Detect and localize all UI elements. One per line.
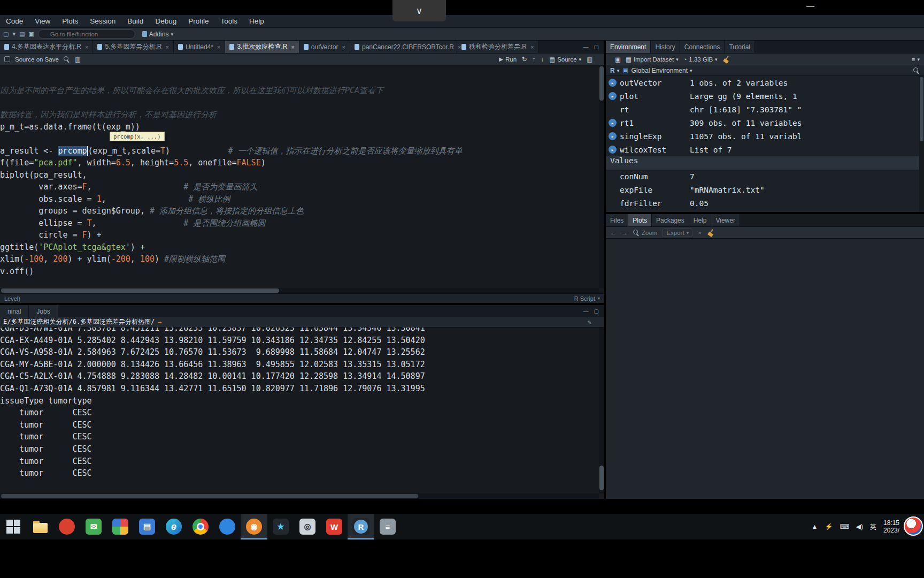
- red-app-icon[interactable]: [53, 514, 80, 539]
- menu-item-build[interactable]: Build: [121, 15, 149, 27]
- environment-tab[interactable]: History: [651, 41, 680, 53]
- file-type-selector[interactable]: R Script ▾: [574, 295, 600, 302]
- env-object-row[interactable]: rtchr [1:618] "7.303781" ": [606, 103, 924, 116]
- memory-usage-indicator[interactable]: ◔ 1.33 GiB ▾: [683, 56, 718, 63]
- save-workspace-icon[interactable]: ▣: [615, 56, 621, 63]
- env-object-row[interactable]: ▸outVector1 obs. of 2 variables: [606, 76, 924, 89]
- pane-maximize-icon[interactable]: ▢: [594, 308, 599, 314]
- floating-widget-icon[interactable]: [904, 516, 923, 536]
- editor-tab[interactable]: panCancer22.CIBERSORTcor.R×: [350, 41, 457, 53]
- files-pane-tab[interactable]: Packages: [652, 214, 689, 226]
- recorder-app-icon[interactable]: ◉: [241, 514, 267, 539]
- addins-button[interactable]: Addins ▾: [142, 31, 173, 38]
- previous-chunk-icon[interactable]: ↑: [533, 56, 536, 63]
- pane-minimize-icon[interactable]: —: [583, 44, 589, 50]
- editor-tab[interactable]: 5.多基因差异分析.R×: [93, 41, 173, 53]
- editor-tab[interactable]: 秩和检验分析差异.R×: [457, 41, 538, 53]
- files-pane-tab[interactable]: Viewer: [711, 214, 740, 226]
- editor-tab[interactable]: outVector×: [299, 41, 350, 53]
- notepad-app-icon[interactable]: ≡: [374, 514, 401, 539]
- close-icon[interactable]: ×: [165, 44, 168, 50]
- close-icon[interactable]: ×: [458, 44, 461, 50]
- expand-icon[interactable]: ▸: [609, 92, 617, 100]
- volume-icon[interactable]: ◀): [856, 523, 863, 530]
- rstudio-app-icon[interactable]: R: [348, 514, 374, 539]
- console-tab[interactable]: ninal: [0, 305, 29, 317]
- edge-browser-icon[interactable]: e: [160, 514, 187, 539]
- pane-maximize-icon[interactable]: ▢: [594, 44, 599, 50]
- menu-item-session[interactable]: Session: [84, 15, 121, 27]
- editor-vertical-scrollbar[interactable]: [599, 65, 604, 288]
- blue-app-icon[interactable]: [214, 514, 241, 539]
- camera-app-icon[interactable]: ◎: [294, 514, 321, 539]
- close-icon[interactable]: ×: [530, 44, 534, 50]
- environment-tab[interactable]: Tutorial: [725, 41, 755, 53]
- scrollbar-thumb[interactable]: [1, 288, 279, 293]
- menu-item-code[interactable]: Code: [0, 15, 29, 27]
- goto-directory-icon[interactable]: →: [158, 318, 161, 326]
- console-tab[interactable]: Jobs: [29, 305, 58, 317]
- env-object-row[interactable]: ▸plotLarge gg (9 elements, 1: [606, 89, 924, 103]
- close-icon[interactable]: ×: [85, 44, 88, 50]
- r-language-selector[interactable]: R ▾: [610, 67, 619, 74]
- env-object-row[interactable]: ▸wilcoxTestList of 7: [606, 143, 924, 156]
- files-pane-tab[interactable]: Files: [606, 214, 628, 226]
- find-replace-icon[interactable]: [64, 56, 70, 63]
- cursor-scope-label[interactable]: Level): [4, 295, 20, 302]
- new-file-caret-icon[interactable]: ▾: [12, 31, 16, 37]
- clear-plots-icon[interactable]: [707, 229, 714, 237]
- taskbar-clock[interactable]: 18:15 2023/: [883, 519, 899, 534]
- new-file-icon[interactable]: ▢: [3, 31, 9, 37]
- expand-icon[interactable]: ▸: [609, 146, 617, 154]
- scrollbar-thumb[interactable]: [1, 494, 418, 498]
- goto-file-input[interactable]: [38, 29, 135, 39]
- editor-tab[interactable]: 3.批次效应检查.R×: [225, 41, 299, 53]
- source-on-save-checkbox[interactable]: [4, 56, 10, 62]
- close-icon[interactable]: ×: [217, 44, 220, 50]
- ime-indicator[interactable]: 英: [870, 522, 876, 531]
- expand-icon[interactable]: ▸: [609, 119, 617, 127]
- remove-plot-icon[interactable]: ×: [698, 230, 702, 236]
- console-horizontal-scrollbar[interactable]: [0, 493, 599, 499]
- env-value-row[interactable]: conNum7: [606, 170, 924, 183]
- chrome-browser-icon[interactable]: [187, 514, 214, 539]
- player-collapse-button[interactable]: ∨: [392, 0, 446, 21]
- search-environment-icon[interactable]: [913, 67, 920, 74]
- power-icon[interactable]: ⚡: [825, 523, 833, 530]
- start-button-icon[interactable]: [0, 514, 27, 539]
- minimize-icon[interactable]: —: [806, 1, 814, 10]
- list-view-toggle[interactable]: ≡ ▾: [912, 56, 920, 63]
- clear-console-icon[interactable]: ✎: [588, 318, 601, 326]
- menu-item-plots[interactable]: Plots: [56, 15, 84, 27]
- environment-tab[interactable]: Environment: [606, 41, 651, 53]
- rerun-icon[interactable]: ↻: [522, 56, 527, 63]
- menu-item-view[interactable]: View: [29, 15, 56, 27]
- files-pane-tab[interactable]: Plots: [628, 214, 652, 226]
- keyboard-icon[interactable]: ⌨: [840, 523, 849, 530]
- chat-app-icon[interactable]: ✉: [80, 514, 107, 539]
- close-icon[interactable]: ×: [342, 44, 345, 50]
- environment-selector[interactable]: Global Environment ▾: [632, 67, 692, 74]
- menu-item-debug[interactable]: Debug: [149, 15, 182, 27]
- console-output[interactable]: CGA-DS-A7W1-01A 7.303781 8.451211 13.262…: [0, 328, 590, 493]
- scrollbar-thumb[interactable]: [920, 77, 923, 141]
- zoom-button[interactable]: Zoom: [633, 230, 657, 236]
- environment-tab[interactable]: Connections: [680, 41, 725, 53]
- editor-tab[interactable]: Untitled4*×: [174, 41, 225, 53]
- scrollbar-thumb[interactable]: [599, 466, 604, 490]
- compile-notebook-icon[interactable]: ▥: [587, 56, 592, 63]
- save-icon[interactable]: ▣: [28, 31, 34, 37]
- previous-plot-icon[interactable]: ←: [610, 230, 617, 236]
- code-tools-icon[interactable]: ▥: [75, 56, 81, 63]
- code-editor[interactable]: 因为是不同的平台产生的结果，所以可能会存在很大的批次效应，所以在这里我们可以对数…: [0, 65, 599, 288]
- env-object-row[interactable]: ▸rt1309 obs. of 11 variables: [606, 116, 924, 130]
- hidden-icons-chevron[interactable]: ▲: [812, 523, 818, 530]
- editor-tab[interactable]: 4.多基因表达水平分析.R×: [0, 41, 93, 53]
- environment-scrollbar[interactable]: [919, 76, 924, 212]
- console-vertical-scrollbar[interactable]: [599, 328, 604, 493]
- source-button[interactable]: ▤ Source ▾: [549, 56, 581, 63]
- menu-item-profile[interactable]: Profile: [182, 15, 214, 27]
- scrollbar-thumb[interactable]: [599, 66, 604, 101]
- docs-app-icon[interactable]: ▤: [134, 514, 160, 539]
- expand-icon[interactable]: ▸: [609, 79, 617, 87]
